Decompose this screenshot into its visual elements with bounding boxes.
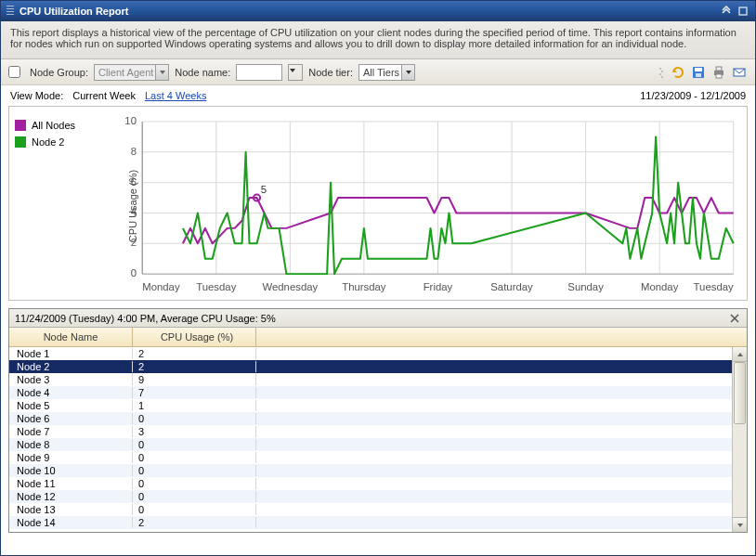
svg-rect-6 — [695, 68, 702, 71]
svg-text:Wednesday: Wednesday — [262, 281, 318, 292]
table-row[interactable]: Node 90 — [9, 451, 732, 464]
detail-title: 11/24/2009 (Tuesday) 4:00 PM, Average CP… — [15, 313, 276, 324]
node-name-input[interactable] — [236, 64, 282, 81]
svg-text:5: 5 — [261, 184, 267, 195]
legend-item-node-2: Node 2 — [15, 136, 108, 148]
table-row[interactable]: Node 100 — [9, 464, 732, 477]
view-mode-bar: View Mode: Current Week Last 4 Weeks 11/… — [1, 85, 755, 106]
refresh-icon[interactable] — [670, 64, 686, 81]
chart-svg: 0246810MondayTuesdayWednesdayThursdayFri… — [108, 116, 741, 296]
cell-cpu: 3 — [133, 426, 256, 437]
svg-text:Thursday: Thursday — [342, 281, 386, 292]
cell-node-name: Node 8 — [9, 439, 133, 450]
cell-node-name: Node 12 — [9, 491, 133, 502]
legend-label: All Nodes — [32, 120, 75, 131]
svg-point-4 — [661, 76, 663, 78]
node-name-dropdown-button[interactable] — [288, 64, 303, 81]
svg-point-2 — [661, 71, 663, 72]
cell-cpu: 7 — [133, 387, 256, 398]
cell-node-name: Node 2 — [9, 361, 133, 372]
cell-node-name: Node 13 — [9, 504, 133, 515]
close-icon[interactable] — [728, 312, 741, 325]
svg-rect-10 — [716, 74, 722, 78]
svg-rect-7 — [696, 73, 701, 77]
cell-cpu: 2 — [133, 348, 256, 359]
svg-point-3 — [659, 73, 661, 75]
window-title: CPU Utilization Report — [20, 6, 128, 17]
table-row[interactable]: Node 22 — [9, 360, 732, 373]
table-row[interactable]: Node 142 — [9, 516, 732, 529]
node-tier-value: All Tiers — [363, 67, 399, 78]
cell-node-name: Node 7 — [9, 426, 133, 437]
cell-cpu: 0 — [133, 504, 256, 515]
table-row[interactable]: Node 47 — [9, 386, 732, 399]
svg-rect-0 — [739, 7, 747, 15]
table-body: Node 12Node 22Node 39Node 47Node 51Node … — [9, 347, 747, 532]
table-row[interactable]: Node 120 — [9, 490, 732, 503]
table-row[interactable]: Node 73 — [9, 425, 732, 438]
titlebar: CPU Utilization Report — [1, 1, 755, 21]
svg-text:Tuesday: Tuesday — [196, 281, 237, 292]
legend-swatch — [15, 120, 26, 131]
date-range: 11/23/2009 - 12/1/2009 — [640, 90, 746, 101]
cell-node-name: Node 14 — [9, 517, 133, 528]
last-4-weeks-link[interactable]: Last 4 Weeks — [145, 90, 206, 101]
svg-text:8: 8 — [131, 146, 137, 157]
separator-icon — [657, 64, 666, 81]
cell-cpu: 2 — [133, 361, 256, 372]
maximize-icon[interactable] — [736, 5, 749, 18]
cell-node-name: Node 1 — [9, 348, 133, 359]
svg-text:Tuesday: Tuesday — [694, 281, 735, 292]
legend-swatch — [15, 136, 26, 148]
cell-cpu: 1 — [133, 400, 256, 411]
scroll-track[interactable] — [733, 362, 747, 517]
legend-label: Node 2 — [32, 136, 64, 148]
table-row[interactable]: Node 51 — [9, 399, 732, 412]
cell-cpu: 0 — [133, 491, 256, 502]
cell-node-name: Node 9 — [9, 452, 133, 463]
view-mode-current: Current Week — [72, 90, 136, 101]
scrollbar[interactable] — [732, 347, 747, 532]
col-cpu-usage[interactable]: CPU Usage (%) — [133, 328, 256, 346]
node-group-checkbox[interactable] — [8, 66, 20, 78]
col-node-name[interactable]: Node Name — [9, 328, 133, 346]
email-icon[interactable] — [731, 64, 748, 81]
svg-text:Sunday: Sunday — [567, 281, 604, 292]
print-icon[interactable] — [710, 64, 727, 81]
cell-cpu: 0 — [133, 478, 256, 489]
svg-text:0: 0 — [131, 267, 137, 278]
scroll-thumb[interactable] — [734, 362, 746, 424]
node-tier-label: Node tier: — [308, 67, 353, 78]
chart: CPU Usage (%) 0246810MondayTuesdayWednes… — [108, 116, 741, 296]
table-row[interactable]: Node 39 — [9, 373, 732, 386]
node-group-select[interactable]: Client Agent — [94, 64, 169, 81]
node-group-value: Client Agent — [98, 67, 153, 78]
y-axis-label: CPU Usage (%) — [127, 170, 138, 242]
svg-text:Monday: Monday — [142, 281, 180, 292]
scroll-up-icon[interactable] — [733, 347, 747, 362]
node-tier-select[interactable]: All Tiers — [358, 64, 415, 81]
cell-cpu: 2 — [133, 517, 256, 528]
chevron-down-icon — [155, 65, 168, 80]
cell-cpu: 0 — [133, 413, 256, 424]
table-row[interactable]: Node 12 — [9, 347, 732, 360]
legend-item-all-nodes: All Nodes — [15, 120, 108, 131]
detail-header: 11/24/2009 (Tuesday) 4:00 PM, Average CP… — [9, 309, 747, 328]
cell-node-name: Node 6 — [9, 413, 133, 424]
table-row[interactable]: Node 130 — [9, 503, 732, 516]
save-icon[interactable] — [690, 64, 707, 81]
collapse-icon[interactable] — [720, 5, 733, 18]
scroll-down-icon[interactable] — [733, 517, 747, 532]
table-row[interactable]: Node 110 — [9, 477, 732, 490]
table-row[interactable]: Node 60 — [9, 412, 732, 425]
cell-cpu: 0 — [133, 452, 256, 463]
svg-text:Monday: Monday — [641, 281, 679, 292]
svg-text:10: 10 — [124, 116, 137, 126]
grip-icon — [7, 6, 14, 17]
table-row[interactable]: Node 80 — [9, 438, 732, 451]
chevron-down-icon — [401, 65, 414, 80]
svg-text:Friday: Friday — [424, 281, 453, 292]
legend: All Nodes Node 2 — [15, 116, 108, 296]
chart-area: All Nodes Node 2 CPU Usage (%) 0246810Mo… — [8, 106, 748, 301]
node-group-label: Node Group: — [30, 67, 88, 78]
